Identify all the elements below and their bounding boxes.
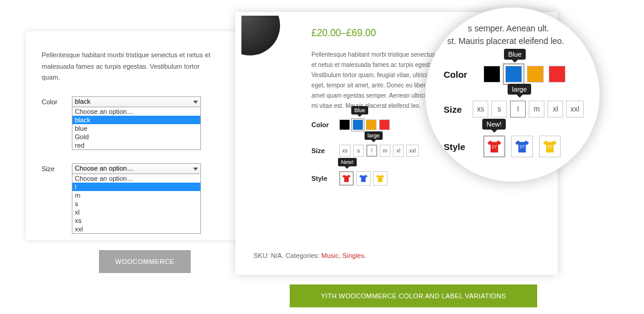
- color-row: Color black Choose an option… black blue…: [42, 96, 220, 150]
- color-swatches: Blue: [339, 119, 390, 130]
- mag-desc-line: s semper. Aenean ult.: [444, 22, 584, 35]
- size-option[interactable]: m: [380, 145, 391, 157]
- color-swatch[interactable]: [379, 119, 390, 130]
- sku-categories: SKU: N/A. Categories: Music, Singles.: [253, 252, 366, 259]
- color-option[interactable]: Gold: [72, 133, 200, 141]
- mag-color-label: Color: [444, 69, 474, 80]
- size-option[interactable]: xs: [72, 216, 200, 225]
- size-select[interactable]: Choose an option… Choose an option… l m …: [72, 163, 201, 234]
- tooltip: Blue: [351, 106, 368, 115]
- size-option[interactable]: xxl: [72, 225, 200, 233]
- style-option[interactable]: 27: [511, 136, 533, 157]
- size-row: Size Choose an option… Choose an option……: [42, 163, 220, 234]
- mag-desc-line: st. Mauris placerat eleifend leo.: [444, 35, 584, 48]
- color-swatch-active[interactable]: [352, 119, 363, 130]
- mag-style-label: Style: [444, 142, 474, 152]
- size-option-active[interactable]: l: [510, 101, 526, 118]
- color-swatch[interactable]: [527, 66, 544, 83]
- style-option-active[interactable]: 27: [483, 136, 505, 157]
- color-option-selected[interactable]: black: [72, 116, 200, 124]
- color-options-list: Choose an option… black blue Gold red: [72, 107, 201, 150]
- color-swatch[interactable]: [339, 119, 350, 130]
- color-swatch-active[interactable]: [505, 66, 522, 83]
- style-label: Style: [311, 175, 332, 182]
- tooltip: New!: [482, 119, 506, 130]
- size-option[interactable]: m: [529, 101, 544, 118]
- style-row: Style New!: [311, 171, 438, 186]
- size-option-selected[interactable]: l: [72, 183, 200, 191]
- size-option-active[interactable]: l: [366, 145, 377, 157]
- size-option[interactable]: xl: [72, 208, 200, 216]
- color-swatch[interactable]: [483, 66, 500, 83]
- yith-badge: YITH WOOCOMMERCE COLOR AND LABEL VARIATI…: [290, 284, 537, 307]
- color-label: Color: [42, 96, 63, 105]
- color-select[interactable]: black Choose an option… black blue Gold …: [72, 96, 201, 150]
- size-option[interactable]: xs: [339, 145, 351, 157]
- style-option-active[interactable]: [339, 171, 354, 186]
- size-option[interactable]: s: [491, 101, 507, 118]
- size-swatches: large xs s l m xl xxl: [339, 145, 419, 157]
- size-label: Size: [311, 147, 332, 154]
- size-option[interactable]: xxl: [566, 101, 584, 118]
- category-link[interactable]: Singles: [342, 252, 364, 259]
- product-price: £20.00–£69.00: [311, 28, 438, 39]
- mag-style-row: Style New! 27 27 27: [444, 136, 584, 157]
- size-option[interactable]: xxl: [406, 145, 419, 157]
- style-option[interactable]: [373, 171, 387, 186]
- size-options-list: Choose an option… l m s xl xs xxl: [72, 174, 201, 234]
- mag-size-label: Size: [444, 104, 463, 115]
- woocommerce-default-card: Pellentesque habitant morbi tristique se…: [26, 31, 235, 240]
- size-option[interactable]: xs: [473, 101, 488, 118]
- mag-color-row: Color Blue: [444, 66, 584, 83]
- color-swatch[interactable]: [549, 66, 566, 83]
- size-option[interactable]: m: [72, 191, 200, 199]
- tooltip: New!: [338, 158, 357, 166]
- product-description: Pellentesque habitant morbi tristique se…: [311, 49, 438, 111]
- size-label: Size: [42, 163, 63, 172]
- color-option[interactable]: Choose an option…: [72, 107, 200, 116]
- mag-color-swatches: Blue: [483, 66, 566, 83]
- tooltip: large: [508, 84, 531, 95]
- color-label: Color: [311, 121, 332, 128]
- tooltip: Blue: [504, 49, 526, 60]
- style-option[interactable]: [356, 171, 371, 186]
- size-select-value[interactable]: Choose an option…: [72, 163, 201, 174]
- size-option[interactable]: xl: [393, 145, 404, 157]
- woocommerce-badge: WOOCOMMERCE: [99, 250, 191, 273]
- svg-text:27: 27: [492, 144, 497, 149]
- color-swatch[interactable]: [366, 119, 377, 130]
- style-option[interactable]: 27: [539, 136, 561, 157]
- product-description: Pellentesque habitant morbi tristique se…: [42, 49, 220, 83]
- size-option[interactable]: s: [72, 199, 200, 208]
- size-row: Size large xs s l m xl xxl: [311, 145, 438, 157]
- mag-size-row: Size large xs s l m xl xxl: [444, 101, 584, 118]
- svg-text:27: 27: [547, 144, 552, 149]
- product-image: [241, 16, 285, 60]
- magnifier-circle: s semper. Aenean ult. st. Mauris placera…: [425, 7, 600, 182]
- category-link[interactable]: Music: [322, 252, 339, 259]
- mag-style-swatches: New! 27 27 27: [483, 136, 561, 157]
- size-option[interactable]: xl: [547, 101, 563, 118]
- color-option[interactable]: blue: [72, 124, 200, 133]
- color-select-value[interactable]: black: [72, 96, 201, 107]
- color-row: Color Blue: [311, 119, 438, 130]
- tooltip: large: [365, 131, 383, 140]
- size-option[interactable]: Choose an option…: [72, 174, 200, 183]
- size-option[interactable]: s: [353, 145, 364, 157]
- color-option[interactable]: red: [72, 141, 200, 149]
- svg-text:27: 27: [520, 144, 524, 149]
- mag-size-swatches: large xs s l m xl xxl: [473, 101, 584, 118]
- style-swatches: New!: [339, 171, 387, 186]
